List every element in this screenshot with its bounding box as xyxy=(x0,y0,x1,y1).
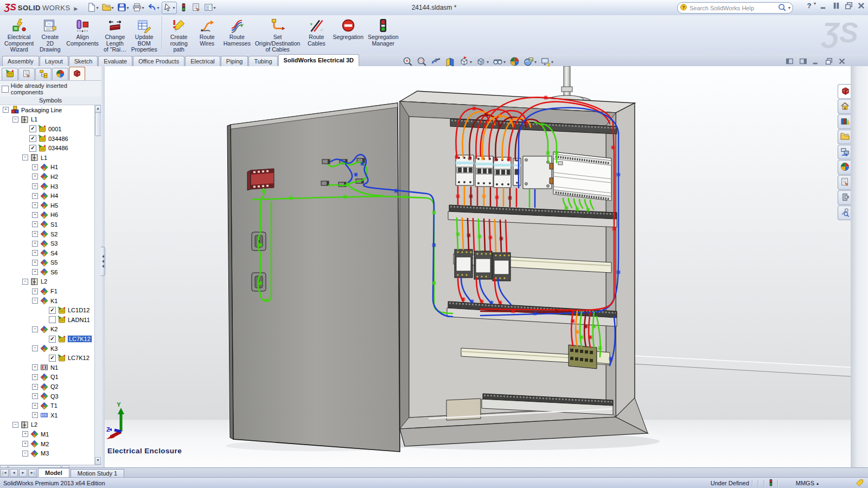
expand-icon[interactable]: + xyxy=(32,364,38,370)
tab-prev-icon[interactable]: ◄ xyxy=(10,469,18,477)
scroll-up-arrow-icon[interactable]: ▲ xyxy=(95,105,101,113)
tree-checkbox[interactable]: ✓ xyxy=(49,355,56,362)
minimize-button[interactable] xyxy=(819,1,828,11)
small-breaker[interactable] xyxy=(513,158,521,185)
tree-item-h5[interactable]: +H5 xyxy=(0,201,101,210)
expand-icon[interactable]: + xyxy=(3,107,9,113)
tab-last-icon[interactable]: ►| xyxy=(28,469,36,477)
ribbon-route-cables[interactable]: RouteCables xyxy=(303,16,330,48)
pane-right-button[interactable] xyxy=(799,57,807,67)
tree-checkbox[interactable]: ✓ xyxy=(29,125,36,132)
tree-item-l1[interactable]: −L1 xyxy=(0,115,101,125)
selection-filter-button[interactable] xyxy=(178,2,189,14)
help-button[interactable]: ?▾ xyxy=(805,1,816,11)
save-button[interactable]: ▾ xyxy=(116,2,130,14)
ribbon-segregation-manager[interactable]: SegregationManager xyxy=(366,16,400,48)
taskpane-tab-file-explorer[interactable] xyxy=(838,130,851,144)
collapse-icon[interactable]: − xyxy=(12,117,18,123)
tree-item-s1[interactable]: +S1 xyxy=(0,220,101,229)
expand-icon[interactable]: + xyxy=(32,164,38,170)
tree-item-f1[interactable]: +F1 xyxy=(0,286,101,296)
expand-icon[interactable]: + xyxy=(32,183,38,189)
tree-item-s6[interactable]: +S6 xyxy=(0,267,101,277)
taskpane-tab-custom-properties[interactable] xyxy=(838,175,851,190)
enclosure-door[interactable] xyxy=(227,103,400,452)
hide-components-checkbox[interactable] xyxy=(2,86,9,93)
tab-first-icon[interactable]: |◄ xyxy=(1,469,9,477)
section-view-button[interactable] xyxy=(445,56,455,68)
contactor[interactable] xyxy=(493,253,510,281)
view-settings-button[interactable]: ▾ xyxy=(540,56,553,68)
search-dropdown-icon[interactable]: ▾ xyxy=(788,5,790,10)
edit-appearance-button[interactable] xyxy=(509,56,520,68)
tree-item-q1[interactable]: +Q1 xyxy=(0,373,101,382)
open-folder-button[interactable]: ▾ xyxy=(101,2,115,14)
tree-checkbox[interactable]: ✓ xyxy=(29,135,36,142)
tab-electrical[interactable]: Electrical xyxy=(185,56,220,66)
expand-icon[interactable]: + xyxy=(32,193,38,199)
taskpane-tab-appearances[interactable] xyxy=(838,160,851,175)
tree-item-h4[interactable]: +H4 xyxy=(0,191,101,201)
restore-button[interactable] xyxy=(825,57,833,67)
panel-tab-sphere-tab[interactable] xyxy=(52,68,68,80)
previous-view-button[interactable] xyxy=(431,56,441,68)
panel-tab-symbol-tab[interactable] xyxy=(2,68,18,80)
dropdown-arrow-icon[interactable]: ▾ xyxy=(127,5,129,10)
tree-checkbox[interactable]: ✓ xyxy=(49,307,56,314)
pane-left-button[interactable] xyxy=(786,57,794,67)
tab-motion-study-1[interactable]: Motion Study 1 xyxy=(71,469,124,478)
properties-button[interactable] xyxy=(190,2,202,14)
tree-item-k1[interactable]: −K1 xyxy=(0,296,101,306)
tab-piping[interactable]: Piping xyxy=(221,56,248,66)
tree-item-h2[interactable]: +H2 xyxy=(0,172,101,182)
3d-scene[interactable] xyxy=(101,66,868,467)
tree-item-l2[interactable]: −L2 xyxy=(0,277,101,287)
tree-item-x1[interactable]: +X1 xyxy=(0,410,101,420)
dropdown-arrow-icon[interactable]: ▾ xyxy=(470,60,472,65)
resource-monitor-button[interactable] xyxy=(832,1,841,11)
expand-icon[interactable]: + xyxy=(32,412,38,418)
collapse-icon[interactable]: − xyxy=(12,422,18,428)
tree-item-lc1d12[interactable]: ✓LC1D12 xyxy=(0,305,101,315)
plc-module[interactable] xyxy=(553,152,611,201)
dropdown-arrow-icon[interactable]: ▾ xyxy=(551,60,553,65)
contactor[interactable] xyxy=(474,251,492,279)
tree-vertical-scrollbar[interactable]: ▲ ▼ xyxy=(94,105,101,465)
tree-item-s5[interactable]: +S5 xyxy=(0,258,101,268)
zoom-area-button[interactable] xyxy=(417,56,427,68)
tab-sketch[interactable]: Sketch xyxy=(69,56,98,66)
ribbon-change-length-of-rai[interactable]: ChangeLengthof "Rai… xyxy=(101,16,129,54)
expand-icon[interactable]: + xyxy=(32,231,38,237)
collapse-icon[interactable]: − xyxy=(32,345,38,351)
tree-item-k2[interactable]: −K2 xyxy=(0,325,101,335)
tab-layout[interactable]: Layout xyxy=(40,56,68,66)
display-style-button[interactable]: ▾ xyxy=(476,56,489,68)
tree-item-n1[interactable]: +N1 xyxy=(0,363,101,373)
print-button[interactable]: ▾ xyxy=(131,2,145,14)
tree-item-s2[interactable]: +S2 xyxy=(0,229,101,239)
tree-item-ladn11[interactable]: LADN11 xyxy=(0,315,101,325)
relay-block[interactable] xyxy=(523,156,553,189)
hide-show-items-button[interactable]: ▾ xyxy=(493,56,506,68)
tree-item-h3[interactable]: +H3 xyxy=(0,182,101,191)
dropdown-arrow-icon[interactable]: ▾ xyxy=(214,5,216,10)
collapse-icon[interactable]: − xyxy=(22,155,28,160)
panel-tab-properties-tab[interactable] xyxy=(18,68,35,80)
zoom-fit-button[interactable] xyxy=(403,56,413,68)
tree-checkbox[interactable] xyxy=(49,316,56,323)
tree-item-m2[interactable]: +M2 xyxy=(0,439,101,449)
circuit-breaker[interactable] xyxy=(494,157,511,188)
expand-icon[interactable]: + xyxy=(32,241,38,247)
contactor[interactable] xyxy=(455,249,473,278)
tree-item-h6[interactable]: +H6 xyxy=(0,210,101,220)
restore-button[interactable] xyxy=(844,1,853,11)
collapse-icon[interactable]: − xyxy=(32,326,38,332)
taskpane-tab-clamp[interactable] xyxy=(838,190,851,205)
ribbon-segregation[interactable]: Segregation xyxy=(331,16,365,42)
tree-item-lc7k12[interactable]: ✓LC7K12 xyxy=(0,353,101,363)
apply-scene-button[interactable]: ▾ xyxy=(524,56,537,68)
dropdown-arrow-icon[interactable]: ▾ xyxy=(173,5,175,10)
ribbon-route-wires[interactable]: RouteWires xyxy=(194,16,221,48)
tab-solidworks-electrical-3d[interactable]: SolidWorks Electrical 3D xyxy=(278,54,359,66)
ribbon-electrical-component-wizard[interactable]: ElectricalComponentWizard xyxy=(3,16,35,54)
